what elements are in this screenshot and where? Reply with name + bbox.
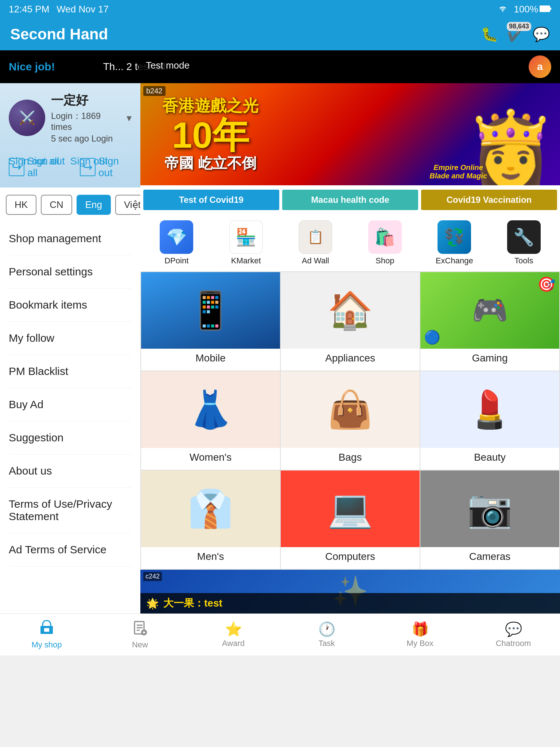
username: 一定好 bbox=[51, 92, 121, 109]
bug-icon[interactable]: 🐛 bbox=[481, 26, 498, 42]
date: Wed Nov 17 bbox=[57, 4, 109, 15]
svg-rect-2 bbox=[550, 8, 551, 10]
svg-rect-4 bbox=[44, 628, 49, 632]
user-details: 一定好 Login：1869 times 5 sec ago Login bbox=[51, 92, 121, 144]
cat-mobile[interactable]: 📱 Mobile bbox=[141, 272, 280, 371]
gaming-img: 🎮 🎯 🔵 bbox=[420, 272, 559, 349]
menu-item-terms[interactable]: Terms of Use/Privacy Statement bbox=[9, 488, 132, 533]
macau-health-btn[interactable]: Macau health code bbox=[282, 190, 418, 210]
chat-icon[interactable]: 💬 bbox=[533, 26, 550, 42]
covid-test-btn[interactable]: Test of Covid19 bbox=[143, 190, 279, 210]
menu-item-shop-management[interactable]: Shop management bbox=[9, 222, 132, 255]
bottom-ad[interactable]: c242 ✨ 🌟 大一果：test bbox=[140, 570, 560, 614]
award-icon: ⭐ bbox=[225, 621, 242, 637]
wifi-icon bbox=[497, 4, 508, 15]
battery-container: 100% bbox=[514, 4, 552, 15]
menu-item-my-follow[interactable]: My follow bbox=[9, 322, 132, 355]
sign-out-item[interactable]: ↪ Sign out bbox=[80, 155, 132, 179]
task-icon: 🕐 bbox=[318, 621, 335, 637]
language-tabs: HK CN Eng Việt bbox=[0, 187, 140, 222]
header: Second Hand 🐛 ✔️ 98,643 💬 bbox=[0, 18, 560, 50]
notification-container: ✔️ 98,643 bbox=[507, 26, 524, 42]
banner-line1: 香港遊戲之光 bbox=[162, 95, 258, 117]
mobile-img: 📱 bbox=[141, 272, 280, 349]
cat-icon-shop[interactable]: 🛍️ Shop bbox=[351, 218, 419, 268]
mybox-label: My Box bbox=[407, 639, 433, 648]
category-icons-row: 💎 DPoint 🏪 KMarket 📋 Ad Wall 🛍️ Shop 💱 bbox=[140, 214, 560, 271]
vaccination-btn[interactable]: Covid19 Vaccination bbox=[421, 190, 557, 210]
status-bar-left: 12:45 PM Wed Nov 17 bbox=[9, 4, 109, 15]
cat-computers[interactable]: 💻 Computers bbox=[281, 471, 420, 569]
shop-icon-img: 🛍️ bbox=[368, 220, 402, 254]
right-content: b242 香港遊戲之光 10年 帝國 屹立不倒 👸 Empire OnlineB… bbox=[140, 83, 560, 614]
menu-item-buy-ad[interactable]: Buy Ad bbox=[9, 388, 132, 421]
cat-icon-tools[interactable]: 🔧 Tools bbox=[490, 218, 558, 268]
task-label: Task bbox=[318, 639, 335, 648]
category-grid: 📱 Mobile 🏠 Appliances 🎮 🎯 🔵 Gaming 👗 bbox=[140, 271, 560, 570]
bags-img: 👜 bbox=[281, 371, 420, 448]
new-label: New bbox=[132, 640, 148, 650]
chatroom-icon: 💬 bbox=[505, 621, 522, 637]
tools-label: Tools bbox=[514, 256, 533, 266]
menu-item-personal-settings[interactable]: Personal settings bbox=[9, 255, 132, 289]
banner-line2: 10年 bbox=[162, 117, 258, 153]
cat-cameras[interactable]: 📷 Cameras bbox=[420, 471, 559, 569]
sidebar: ⚔️ 一定好 Login：1869 times 5 sec ago Login … bbox=[0, 83, 140, 614]
nav-item-mybox[interactable]: 🎁 My Box bbox=[373, 614, 467, 655]
cat-icon-exchange[interactable]: 💱 ExChange bbox=[420, 218, 489, 268]
avatar: ⚔️ bbox=[9, 100, 45, 136]
lang-cn[interactable]: CN bbox=[41, 195, 72, 215]
exchange-icon-img: 💱 bbox=[438, 220, 471, 254]
nav-item-task[interactable]: 🕐 Task bbox=[280, 614, 373, 655]
cat-womens[interactable]: 👗 Women's bbox=[141, 371, 280, 470]
banner-content: 香港遊戲之光 10年 帝國 屹立不倒 bbox=[162, 95, 258, 173]
cat-icon-kmarket[interactable]: 🏪 KMarket bbox=[212, 218, 280, 268]
beauty-label: Beauty bbox=[420, 448, 559, 467]
menu-item-ad-terms[interactable]: Ad Terms of Service bbox=[9, 533, 132, 566]
nav-item-chatroom[interactable]: 💬 Chatroom bbox=[467, 614, 560, 655]
menu-list: Shop management Personal settings Bookma… bbox=[0, 222, 140, 566]
adwall-label: Ad Wall bbox=[302, 256, 329, 266]
expand-arrow-icon[interactable]: ▾ bbox=[127, 112, 132, 124]
sign-out-all-label: Sign out all bbox=[27, 155, 73, 179]
cat-icon-adwall[interactable]: 📋 Ad Wall bbox=[281, 218, 350, 268]
womens-img: 👗 bbox=[141, 371, 280, 448]
computers-label: Computers bbox=[281, 547, 420, 566]
user-profile: ⚔️ 一定好 Login：1869 times 5 sec ago Login … bbox=[0, 83, 140, 187]
ad-nice-job[interactable]: Nice job! bbox=[9, 61, 55, 73]
dpoint-label: DPoint bbox=[164, 256, 188, 266]
myshop-icon bbox=[39, 620, 54, 639]
menu-item-suggestion[interactable]: Suggestion bbox=[9, 421, 132, 454]
tools-icon-img: 🔧 bbox=[507, 220, 541, 254]
kmarket-label: KMarket bbox=[231, 256, 261, 266]
bottom-ad-text: 大一果：test bbox=[163, 596, 222, 610]
womens-label: Women's bbox=[141, 448, 280, 467]
kmarket-icon-img: 🏪 bbox=[229, 220, 263, 254]
mens-img: 👔 bbox=[141, 471, 280, 547]
nav-item-myshop[interactable]: My shop bbox=[0, 614, 93, 655]
cat-beauty[interactable]: 💄 Beauty bbox=[420, 371, 559, 470]
menu-item-bookmark[interactable]: Bookmark items bbox=[9, 289, 132, 322]
nav-item-new[interactable]: New bbox=[93, 614, 187, 655]
ad-logo: a bbox=[529, 55, 551, 78]
sign-out-all-item[interactable]: ↪ Sign out all bbox=[9, 155, 73, 179]
bottom-nav: My shop New ⭐ Award 🕐 Task 🎁 My Box 💬 Ch… bbox=[0, 614, 560, 655]
exchange-label: ExChange bbox=[436, 256, 473, 266]
lang-eng[interactable]: Eng bbox=[77, 195, 111, 215]
bags-label: Bags bbox=[281, 448, 420, 467]
gaming-label: Gaming bbox=[420, 349, 559, 368]
appliances-img: 🏠 bbox=[281, 272, 420, 349]
cat-bags[interactable]: 👜 Bags bbox=[281, 371, 420, 470]
menu-item-about-us[interactable]: About us bbox=[9, 454, 132, 488]
lang-hk[interactable]: HK bbox=[6, 195, 36, 215]
nav-item-award[interactable]: ⭐ Award bbox=[187, 614, 280, 655]
game-banner: b242 香港遊戲之光 10年 帝國 屹立不倒 👸 Empire OnlineB… bbox=[140, 83, 560, 185]
cat-gaming[interactable]: 🎮 🎯 🔵 Gaming bbox=[420, 272, 559, 371]
appliances-label: Appliances bbox=[281, 349, 420, 368]
cat-appliances[interactable]: 🏠 Appliances bbox=[281, 272, 420, 371]
menu-item-blacklist[interactable]: PM Blacklist bbox=[9, 355, 132, 388]
battery-percent: 100% bbox=[514, 4, 538, 15]
test-mode-pill: Test mode bbox=[139, 58, 197, 73]
cat-icon-dpoint[interactable]: 💎 DPoint bbox=[143, 218, 211, 268]
cat-mens[interactable]: 👔 Men's bbox=[141, 471, 280, 569]
